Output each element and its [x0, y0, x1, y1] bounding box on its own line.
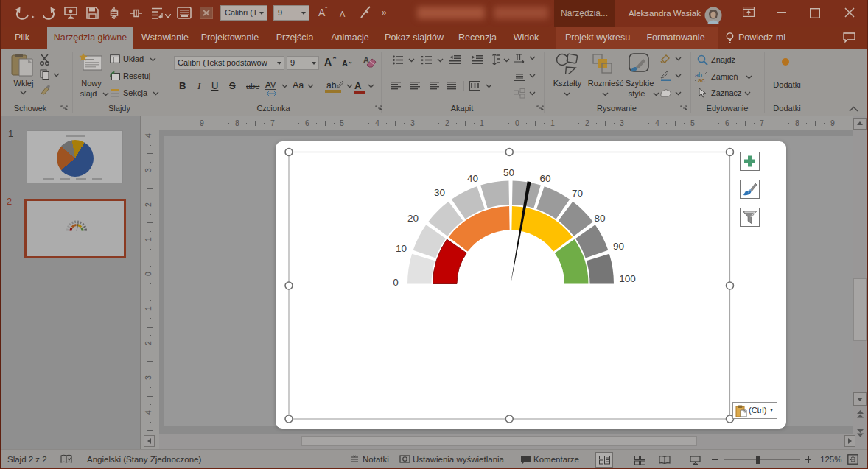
- svg-text:ac: ac: [698, 77, 705, 82]
- svg-text:20: 20: [407, 213, 419, 224]
- svg-text:60: 60: [539, 173, 550, 184]
- svg-text:100: 100: [619, 273, 636, 284]
- svg-text:10: 10: [396, 243, 407, 254]
- svg-text:80: 80: [594, 213, 605, 224]
- svg-text:70: 70: [572, 188, 583, 199]
- svg-text:30: 30: [434, 187, 445, 198]
- svg-text:50: 50: [503, 167, 514, 178]
- svg-text:40: 40: [467, 173, 478, 184]
- svg-text:90: 90: [613, 241, 624, 252]
- svg-text:0: 0: [393, 277, 399, 288]
